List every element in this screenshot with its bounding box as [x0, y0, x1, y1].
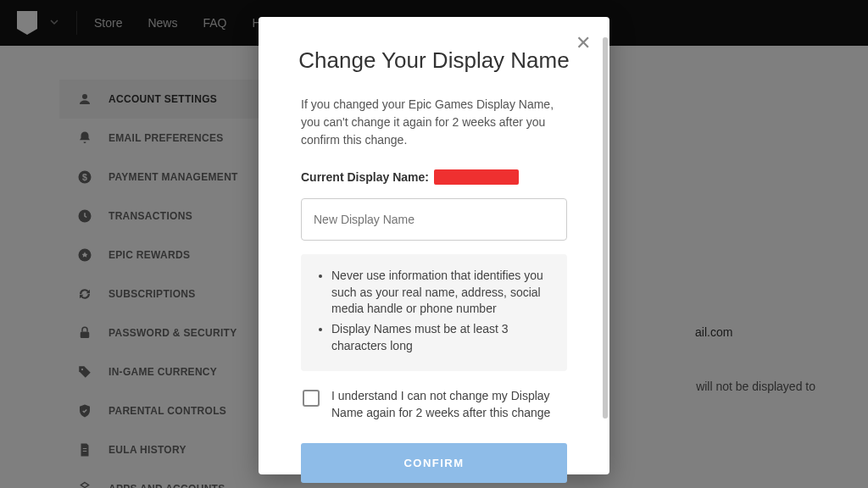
current-name-row: Current Display Name: — [301, 169, 567, 185]
redacted-name — [434, 169, 519, 185]
scrollbar[interactable] — [603, 37, 608, 419]
modal-description: If you changed your Epic Games Display N… — [301, 96, 567, 149]
confirm-button[interactable]: CONFIRM — [301, 443, 567, 483]
change-display-name-modal: ✕ Change Your Display Name If you change… — [259, 17, 609, 474]
tip-item: Never use information that identifies yo… — [331, 268, 550, 318]
current-name-label: Current Display Name: — [301, 170, 429, 184]
acknowledgement-text: I understand I can not change my Display… — [331, 388, 565, 421]
modal-overlay[interactable]: ✕ Change Your Display Name If you change… — [0, 0, 868, 488]
close-button[interactable]: ✕ — [576, 32, 591, 54]
modal-title: Change Your Display Name — [284, 47, 584, 74]
acknowledgement-row: I understand I can not change my Display… — [301, 388, 567, 421]
tip-item: Display Names must be at least 3 charact… — [331, 321, 550, 354]
tips-box: Never use information that identifies yo… — [301, 254, 567, 371]
acknowledgement-checkbox[interactable] — [303, 390, 320, 407]
close-icon: ✕ — [576, 32, 591, 53]
new-display-name-input[interactable] — [301, 198, 567, 241]
